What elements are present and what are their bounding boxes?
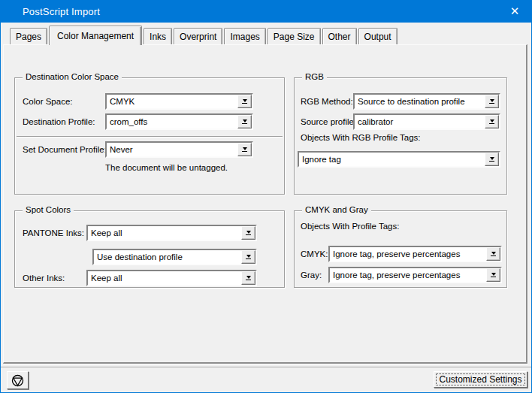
destination-profile-label: Destination Profile: [23,113,95,130]
tab-overprint[interactable]: Overprint [174,28,222,44]
color-management-panel: Destination Color Space Color Space: CMY… [3,44,527,364]
dropdown-arrow-icon[interactable] [237,95,252,108]
destination-color-space-group: Destination Color Space Color Space: CMY… [14,77,285,195]
rgb-method-select[interactable]: Source to destination profile [353,93,500,110]
dropdown-arrow-icon[interactable] [485,115,499,128]
pantone-inks-label: PANTONE Inks: [23,225,84,241]
pantone-profile-select[interactable]: Use destination profile [92,249,257,265]
tab-output[interactable]: Output [358,28,397,44]
color-space-value: CMYK [110,95,135,108]
source-profile-value: calibrator [358,115,393,128]
destination-profile-value: crom_offs [110,115,147,128]
tab-pages[interactable]: Pages [10,28,47,44]
rgb-profile-tags-value: Ignore tag [302,153,341,166]
dropdown-arrow-icon[interactable] [485,153,499,166]
other-inks-label: Other Inks: [23,270,65,286]
dropdown-arrow-icon[interactable] [485,95,499,108]
gray-label: Gray: [301,267,322,283]
group-title: RGB [302,72,327,81]
rgb-group: RGB RGB Method: Source to destination pr… [294,77,507,195]
rgb-method-label: RGB Method: [301,93,353,110]
pantone-inks-select[interactable]: Keep all [86,225,257,241]
dropdown-arrow-icon[interactable] [486,247,500,261]
title-bar: PostScript Import ✕ [0,0,532,23]
group-title: Destination Color Space [23,72,122,81]
set-document-profile-value: Never [110,143,133,156]
dropdown-arrow-icon[interactable] [486,268,500,282]
destination-profile-select[interactable]: crom_offs [105,113,253,130]
spot-colors-group: Spot Colors PANTONE Inks: Keep all Use d… [14,210,285,288]
gray-tags-select[interactable]: Ignore tag, preserve percentages [328,267,502,283]
cmyk-and-gray-group: CMYK and Gray Objects With Profile Tags:… [294,210,507,288]
dropdown-arrow-icon[interactable] [241,271,255,285]
rgb-profile-tags-select[interactable]: Ignore tag [298,151,500,168]
rgb-profile-tags-label: Objects With RGB Profile Tags: [301,133,421,142]
source-profile-select[interactable]: calibrator [353,113,500,130]
cmyk-label: CMYK: [301,246,328,262]
close-button[interactable]: ✕ [497,0,532,23]
close-icon: ✕ [510,5,520,18]
set-document-profile-label: Set Document Profile: [23,141,107,158]
gray-tags-value: Ignore tag, preserve percentages [333,268,460,282]
color-space-label: Color Space: [23,93,72,110]
group-separator [17,136,283,138]
dropdown-arrow-icon[interactable] [237,143,252,156]
profile-tags-label: Objects With Profile Tags: [301,222,399,231]
dialog-body: Pages Color Management Inks Overprint Im… [1,23,531,392]
help-button[interactable] [7,371,29,389]
set-document-profile-select[interactable]: Never [105,141,253,158]
other-inks-value: Keep all [91,271,122,285]
group-title: CMYK and Gray [302,205,371,214]
color-space-select[interactable]: CMYK [105,93,253,110]
group-title: Spot Colors [23,205,74,214]
other-inks-select[interactable]: Keep all [86,270,257,286]
cmyk-tags-select[interactable]: Ignore tag, preserve percentages [328,246,502,262]
customized-settings-button[interactable]: Customized Settings [434,371,527,388]
circle-triangle-icon [11,374,24,387]
tab-bar: Pages Color Management Inks Overprint Im… [10,25,399,44]
untagged-note: The document will be untagged. [105,163,228,172]
tab-other[interactable]: Other [322,28,357,44]
cmyk-tags-value: Ignore tag, preserve percentages [333,247,460,261]
window-title: PostScript Import [23,6,100,17]
tab-page-size[interactable]: Page Size [268,28,321,44]
pantone-profile-value: Use destination profile [97,250,183,264]
rgb-method-value: Source to destination profile [358,95,465,108]
tab-images[interactable]: Images [224,28,265,44]
tab-inks[interactable]: Inks [144,28,172,44]
source-profile-label: Source profile: [301,113,356,130]
pantone-inks-value: Keep all [91,226,122,240]
tab-color-management[interactable]: Color Management [49,26,142,45]
footer-separator [1,367,531,368]
postscript-import-dialog: PostScript Import ✕ Pages Color Manageme… [0,0,532,393]
dropdown-arrow-icon[interactable] [241,250,255,264]
dropdown-arrow-icon[interactable] [237,115,252,128]
dropdown-arrow-icon[interactable] [241,226,255,240]
